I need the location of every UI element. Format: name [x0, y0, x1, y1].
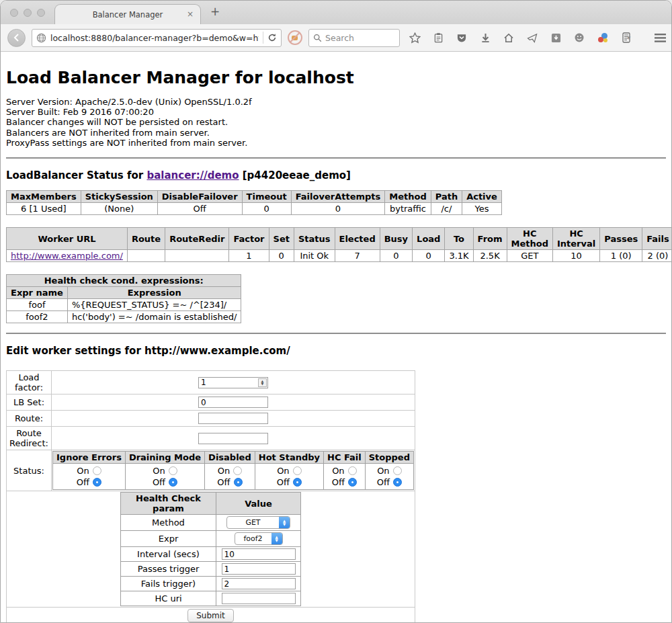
- menu-hamburger-icon[interactable]: [651, 29, 669, 47]
- fails-input[interactable]: [222, 578, 296, 589]
- status-radio-row: On Off On Off On Off: [53, 464, 414, 490]
- hc-method-row: Method GET ▲▼: [121, 515, 301, 531]
- form-row-health-params: Health Check param Value Method GET ▲▼: [7, 491, 415, 608]
- draining-mode-on-radio[interactable]: [169, 466, 177, 475]
- back-button[interactable]: [7, 29, 26, 47]
- inherit-note: Balancers are NOT inherited from main se…: [6, 128, 666, 138]
- window-minimize-button[interactable]: [24, 9, 32, 17]
- ignore-errors-off-radio[interactable]: [93, 478, 101, 487]
- hc-uri-input[interactable]: [222, 593, 296, 604]
- lb-set-input[interactable]: [198, 397, 268, 408]
- send-icon[interactable]: [523, 29, 541, 47]
- hc-fails-row: Fails trigger): [121, 577, 301, 591]
- proxypass-note: ProxyPass settings are NOT inherited fro…: [6, 138, 666, 148]
- content-blocker-icon[interactable]: [288, 30, 302, 45]
- hot-standby-on-radio[interactable]: [293, 466, 302, 475]
- fails-label: Fails trigger): [121, 577, 216, 591]
- table-header-row: Ignore Errors Draining Mode Disabled Hot…: [53, 452, 414, 464]
- persist-note: Balancer changes will NOT be persisted o…: [6, 117, 666, 127]
- disabled-off-radio[interactable]: [234, 478, 243, 487]
- chevron-down-icon[interactable]: ▾: [628, 34, 631, 41]
- clipboard-icon[interactable]: [429, 29, 447, 47]
- search-bar[interactable]: Search: [308, 29, 400, 47]
- form-row-load-factor: Load factor: ▲▼: [7, 371, 415, 394]
- load-factor-label: Load factor:: [7, 371, 52, 394]
- number-stepper[interactable]: ▲▼: [258, 378, 267, 387]
- url-bar[interactable]: localhost:8880/balancer-manager?b=demo&w…: [32, 29, 282, 47]
- route-redirect-input[interactable]: [198, 433, 268, 444]
- stopped-off-radio[interactable]: [393, 478, 402, 487]
- hc-uri-row: HC uri: [121, 591, 301, 606]
- table-header-row: Worker URLRoute RouteRedirFactor SetStat…: [7, 228, 672, 250]
- hc-interval-row: Interval (secs): [121, 547, 301, 562]
- hc-fail-on-radio[interactable]: [348, 466, 357, 475]
- balancer-status-heading: LoadBalancer Status for balancer://demo …: [6, 169, 666, 181]
- expr-select[interactable]: foof2 ▲▼: [235, 532, 283, 545]
- balancer-status-table: MaxMembersStickySession DisableFailoverT…: [6, 190, 502, 215]
- reload-icon[interactable]: [267, 33, 277, 42]
- smiley-icon[interactable]: [571, 29, 588, 47]
- search-input[interactable]: Search: [325, 33, 354, 43]
- server-version: Server Version: Apache/2.5.0-dev (Unix) …: [6, 97, 666, 107]
- tab-balancer-manager[interactable]: Balancer Manager ×: [54, 4, 201, 24]
- disabled-on-radio[interactable]: [233, 466, 242, 475]
- server-built: Server Built: Feb 9 2016 07:00:20: [6, 107, 666, 117]
- url-input[interactable]: localhost:8880/balancer-manager?b=demo&w…: [50, 33, 259, 43]
- draining-mode-off-radio[interactable]: [169, 478, 177, 487]
- form-row-lb-set: LB Set:: [7, 394, 415, 411]
- method-select[interactable]: GET ▲▼: [226, 516, 290, 529]
- navigation-toolbar: localhost:8880/balancer-manager?b=demo&w…: [1, 24, 671, 52]
- form-row-status: Status: Ignore Errors Draining Mode Disa…: [7, 450, 415, 491]
- tab-close-icon[interactable]: ×: [187, 9, 194, 19]
- window-close-button[interactable]: [10, 9, 18, 17]
- lb-set-label: LB Set:: [7, 394, 52, 411]
- sidebar-panel-icon[interactable]: ▾: [618, 29, 635, 47]
- divider: [6, 333, 666, 334]
- form-row-route: Route:: [7, 411, 415, 427]
- hc-uri-label: HC uri: [121, 591, 216, 606]
- form-row-submit: Submit: [7, 608, 415, 623]
- home-icon[interactable]: [500, 29, 517, 47]
- hot-standby-off-radio[interactable]: [293, 478, 302, 487]
- hc-expr-row: Expr foof2 ▲▼: [121, 531, 301, 547]
- edit-worker-heading: Edit worker settings for http://www.exam…: [6, 345, 666, 357]
- worker-url-link[interactable]: http://www.example.com/: [11, 251, 123, 261]
- table-header-row: MaxMembersStickySession DisableFailoverT…: [7, 191, 502, 203]
- select-chevrons-icon: ▲▼: [279, 517, 290, 528]
- table-row: 6 [1 Used](None) Off0 0bytraffic /c/Yes: [7, 203, 502, 215]
- route-input[interactable]: [198, 413, 268, 424]
- window-zoom-button[interactable]: [37, 9, 45, 17]
- table-row: http://www.example.com/ 10 Init Ok7 00 3…: [7, 250, 672, 262]
- window-controls: [10, 9, 45, 17]
- bookmark-star-icon[interactable]: [406, 29, 423, 47]
- divider: [6, 157, 666, 159]
- worker-status-table: Worker URLRoute RouteRedirFactor SetStat…: [6, 227, 672, 262]
- new-tab-button[interactable]: +: [210, 5, 220, 18]
- save-to-device-icon[interactable]: [547, 29, 564, 47]
- stopped-on-radio[interactable]: [393, 466, 402, 475]
- hc-fail-off-radio[interactable]: [348, 478, 357, 487]
- route-label: Route:: [7, 411, 52, 427]
- status-table: Ignore Errors Draining Mode Disabled Hot…: [52, 451, 414, 490]
- table-header-row: Health Check param Value: [121, 493, 301, 515]
- tab-title: Balancer Manager: [93, 10, 163, 19]
- table-row: foof2 hc('body') =~ /domain is establish…: [7, 311, 241, 323]
- status-label: Status:: [7, 450, 52, 491]
- submit-button[interactable]: Submit: [187, 609, 234, 622]
- hc-expressions-table: Health check cond. expressions: Expr nam…: [6, 274, 241, 323]
- form-row-route-redirect: Route Redirect:: [7, 427, 415, 450]
- back-arrow-icon: [13, 34, 21, 42]
- globe-icon: [36, 33, 46, 43]
- passes-input[interactable]: [222, 563, 296, 575]
- health-check-param-table: Health Check param Value Method GET ▲▼: [120, 492, 301, 606]
- page-content: Load Balancer Manager for localhost Serv…: [1, 52, 671, 623]
- downloads-icon[interactable]: [476, 29, 494, 47]
- ignore-errors-on-radio[interactable]: [93, 466, 101, 475]
- pocket-icon[interactable]: [453, 29, 470, 47]
- table-title-row: Health check cond. expressions:: [7, 275, 241, 287]
- balancer-demo-link[interactable]: balancer://demo: [146, 169, 239, 181]
- route-redirect-label: Route Redirect:: [7, 427, 52, 450]
- method-label: Method: [121, 515, 216, 531]
- extension-dots-icon[interactable]: [594, 29, 612, 47]
- interval-input[interactable]: [222, 548, 296, 560]
